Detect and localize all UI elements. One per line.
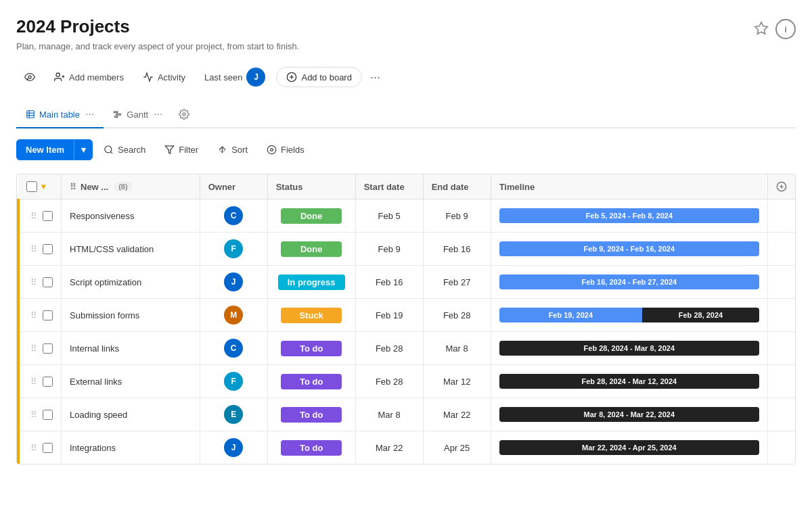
row-checkbox[interactable]: [43, 244, 53, 254]
row-status[interactable]: Done: [267, 233, 355, 266]
row-name: External links: [62, 365, 200, 398]
row-drag-handle[interactable]: ⠿: [28, 310, 40, 320]
tab-settings-button[interactable]: [172, 103, 196, 125]
row-checkbox[interactable]: [43, 211, 53, 221]
row-status[interactable]: To do: [267, 332, 355, 365]
tab-gantt[interactable]: Gantt ···: [104, 101, 172, 128]
more-options-button[interactable]: ···: [365, 66, 386, 89]
tab-main-table-more[interactable]: ···: [85, 108, 94, 120]
star-button[interactable]: [754, 21, 769, 38]
row-checkbox[interactable]: [43, 343, 53, 354]
status-badge[interactable]: Done: [281, 208, 342, 224]
owner-avatar: J: [224, 438, 243, 457]
table-row: ⠿ Integrations J To do Mar 22 Apr 25 Mar…: [18, 431, 795, 464]
svg-rect-14: [116, 114, 121, 115]
row-timeline: Feb 9, 2024 - Feb 16, 2024: [491, 233, 767, 266]
row-drag-handle[interactable]: ⠿: [28, 377, 40, 387]
row-drag-handle[interactable]: ⠿: [28, 277, 40, 287]
info-button[interactable]: i: [775, 19, 796, 39]
row-timeline: Mar 8, 2024 - Mar 22, 2024: [491, 398, 767, 431]
tab-gantt-label: Gantt: [127, 110, 148, 120]
new-item-button[interactable]: New Item ▾: [16, 139, 93, 160]
filter-label: Filter: [179, 145, 198, 155]
sort-button[interactable]: Sort: [209, 140, 256, 160]
row-check-cell: ⠿: [18, 398, 62, 431]
filter-button[interactable]: Filter: [156, 140, 206, 160]
row-extra: [768, 332, 796, 365]
th-name[interactable]: ⠿ New ... (8): [62, 174, 200, 199]
svg-line-18: [110, 151, 112, 153]
new-item-caret[interactable]: ▾: [74, 139, 93, 160]
row-status[interactable]: Stuck: [267, 299, 355, 332]
activity-button[interactable]: Activity: [135, 68, 194, 87]
svg-rect-15: [115, 116, 118, 118]
row-checkbox[interactable]: [43, 377, 53, 387]
status-badge[interactable]: Stuck: [281, 308, 342, 323]
status-badge[interactable]: Done: [281, 241, 342, 257]
last-seen: Last seen J: [196, 64, 273, 91]
add-to-board-button[interactable]: Add to board: [276, 67, 361, 87]
status-badge[interactable]: To do: [281, 341, 342, 356]
tab-main-table-label: Main table: [39, 110, 80, 120]
fields-button[interactable]: Fields: [258, 140, 313, 160]
row-checkbox[interactable]: [43, 310, 53, 320]
row-status[interactable]: Done: [267, 199, 355, 233]
row-end-date: Feb 28: [423, 299, 491, 332]
row-start-date: Feb 19: [355, 299, 423, 332]
page-subtitle: Plan, manage, and track every aspect of …: [16, 41, 299, 51]
status-badge[interactable]: To do: [281, 407, 342, 423]
select-all-checkbox[interactable]: [26, 181, 37, 192]
row-status[interactable]: To do: [267, 365, 355, 398]
actions-bar: New Item ▾ Search Filter Sort Fields: [16, 128, 796, 168]
th-owner[interactable]: Owner: [200, 174, 267, 199]
th-add-column[interactable]: [768, 174, 796, 199]
th-start-date[interactable]: Start date: [355, 174, 423, 199]
row-drag-handle[interactable]: ⠿: [28, 443, 40, 453]
row-name: Loading speed: [62, 398, 200, 431]
row-name: Integrations: [62, 431, 200, 464]
th-status[interactable]: Status: [267, 174, 355, 199]
owner-avatar: F: [224, 372, 243, 391]
row-status[interactable]: To do: [267, 431, 355, 464]
row-name: HTML/CSS validation: [62, 233, 200, 266]
row-end-date: Mar 22: [423, 398, 491, 431]
search-label: Search: [118, 145, 145, 155]
row-drag-handle[interactable]: ⠿: [28, 410, 40, 420]
row-drag-handle[interactable]: ⠿: [28, 211, 40, 221]
eye-button[interactable]: [16, 68, 43, 87]
svg-rect-9: [27, 111, 35, 118]
row-extra: [768, 199, 796, 233]
activity-label: Activity: [158, 72, 185, 82]
th-end-date[interactable]: End date: [423, 174, 491, 199]
add-column-button[interactable]: [776, 181, 787, 192]
add-members-button[interactable]: Add members: [46, 68, 132, 87]
new-item-label[interactable]: New Item: [16, 139, 74, 160]
row-start-date: Mar 22: [355, 431, 423, 464]
last-seen-label: Last seen: [204, 72, 242, 82]
row-status[interactable]: In progress: [267, 266, 355, 299]
row-status[interactable]: To do: [267, 398, 355, 431]
th-timeline[interactable]: Timeline: [491, 174, 767, 199]
svg-point-3: [56, 73, 60, 76]
tab-main-table[interactable]: Main table ···: [16, 101, 104, 128]
status-badge[interactable]: To do: [281, 440, 342, 456]
sort-label: Sort: [231, 145, 248, 155]
row-checkbox[interactable]: [43, 443, 53, 453]
fields-label: Fields: [281, 145, 304, 155]
row-end-date: Mar 8: [423, 332, 491, 365]
row-checkbox[interactable]: [43, 410, 53, 420]
row-drag-handle[interactable]: ⠿: [28, 244, 40, 254]
row-owner: F: [200, 365, 267, 398]
search-button[interactable]: Search: [95, 140, 154, 160]
svg-rect-13: [114, 112, 118, 113]
owner-avatar: E: [224, 405, 243, 424]
tab-gantt-more[interactable]: ···: [154, 108, 162, 120]
main-table: ▾ ⠿ New ... (8) Owner Status Start date …: [16, 174, 796, 464]
row-drag-handle[interactable]: ⠿: [28, 343, 40, 354]
status-badge[interactable]: In progress: [278, 274, 345, 290]
status-badge[interactable]: To do: [281, 374, 342, 389]
table-header-row: ▾ ⠿ New ... (8) Owner Status Start date …: [18, 174, 795, 199]
group-expand-icon[interactable]: ▾: [41, 182, 45, 191]
row-checkbox[interactable]: [43, 277, 53, 287]
row-timeline: Feb 19, 2024Feb 28, 2024: [491, 299, 767, 332]
